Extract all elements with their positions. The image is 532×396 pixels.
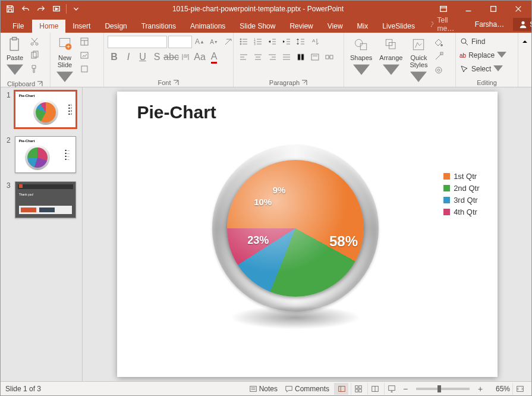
italic-icon[interactable]: I: [122, 51, 135, 64]
ribbon-display-options-icon[interactable]: [432, 2, 455, 16]
slide-thumbnails-pane[interactable]: 1 Pie-Chart ■ 1■ 2■ 3■ 4 2 Pie-Chart ■ —…: [1, 87, 83, 381]
char-spacing-icon[interactable]: AV: [179, 51, 192, 64]
svg-point-27: [355, 39, 362, 46]
signed-in-user[interactable]: Farshad I…: [470, 20, 511, 29]
svg-rect-39: [355, 385, 357, 388]
slide-thumb-3[interactable]: Thank you!: [15, 181, 76, 218]
decrease-indent-icon[interactable]: [266, 35, 279, 48]
slide-title[interactable]: Pie-Chart: [137, 102, 216, 122]
shape-effects-icon[interactable]: [432, 64, 445, 77]
tab-mix[interactable]: Mix: [350, 20, 376, 33]
decrease-font-icon[interactable]: A▼: [207, 35, 221, 48]
align-center-icon[interactable]: [251, 51, 265, 64]
find-button[interactable]: Find: [459, 35, 485, 48]
line-spacing-icon[interactable]: [294, 35, 307, 48]
bullets-icon[interactable]: [237, 35, 250, 48]
align-right-icon[interactable]: [266, 51, 279, 64]
replace-button[interactable]: ab Replace: [459, 49, 506, 62]
text-direction-icon[interactable]: A: [309, 35, 322, 48]
svg-rect-38: [338, 386, 345, 391]
clear-formatting-icon[interactable]: [222, 35, 235, 48]
notes-button[interactable]: Notes: [247, 385, 280, 393]
zoom-out-icon[interactable]: −: [401, 384, 410, 394]
legend-item[interactable]: 3rd Qtr: [443, 196, 479, 205]
shapes-button[interactable]: Shapes: [348, 35, 374, 80]
tab-transitions[interactable]: Transitions: [134, 20, 183, 33]
slide-editor[interactable]: Pie-Chart 58%23%10%9% 1st Qtr2nd Qtr3rd …: [83, 87, 531, 381]
zoom-slider[interactable]: [416, 388, 470, 390]
legend-item[interactable]: 4th Qtr: [443, 208, 479, 216]
slide-thumb-1[interactable]: Pie-Chart ■ 1■ 2■ 3■ 4: [15, 91, 76, 128]
minimize-icon[interactable]: [457, 2, 480, 16]
underline-icon[interactable]: U: [136, 51, 149, 64]
save-icon[interactable]: [4, 3, 16, 15]
start-from-beginning-icon[interactable]: [51, 3, 62, 15]
slideshow-view-icon[interactable]: [384, 383, 398, 395]
fit-window-icon[interactable]: [512, 383, 527, 395]
copy-icon[interactable]: [28, 49, 41, 62]
close-icon[interactable]: [506, 2, 530, 16]
tab-file[interactable]: File: [4, 20, 32, 33]
tab-design[interactable]: Design: [97, 20, 134, 33]
chart-legend[interactable]: 1st Qtr2nd Qtr3rd Qtr4th Qtr: [443, 169, 479, 219]
section-icon[interactable]: [78, 62, 91, 76]
reading-view-icon[interactable]: [367, 383, 382, 395]
pie-chart[interactable]: 58%23%10%9%: [212, 145, 379, 312]
columns-icon[interactable]: [294, 51, 307, 64]
slide-thumb-2[interactable]: Pie-Chart ■ —■ —■ —■ —: [15, 136, 76, 173]
legend-item[interactable]: 2nd Qtr: [443, 184, 479, 193]
smartart-icon[interactable]: [323, 51, 336, 64]
align-left-icon[interactable]: [237, 51, 250, 64]
tell-me-search[interactable]: Tell me…: [422, 16, 468, 33]
tab-home[interactable]: Home: [32, 20, 65, 33]
svg-point-34: [436, 67, 442, 73]
zoom-percent[interactable]: 65%: [487, 385, 510, 393]
shape-fill-icon[interactable]: [432, 36, 445, 49]
tab-animations[interactable]: Animations: [183, 20, 232, 33]
comments-button[interactable]: Comments: [282, 385, 332, 393]
quick-styles-button[interactable]: Quick Styles: [407, 35, 430, 87]
format-painter-icon[interactable]: [28, 62, 41, 76]
reset-icon[interactable]: [78, 49, 91, 62]
arrange-button[interactable]: Arrange: [377, 35, 405, 80]
increase-font-icon[interactable]: A▲: [193, 35, 206, 48]
zoom-in-icon[interactable]: +: [476, 384, 485, 394]
legend-swatch: [443, 185, 450, 191]
redo-icon[interactable]: [35, 3, 47, 15]
maximize-icon[interactable]: [481, 2, 505, 16]
tab-view[interactable]: View: [320, 20, 350, 33]
slide-canvas[interactable]: Pie-Chart 58%23%10%9% 1st Qtr2nd Qtr3rd …: [117, 92, 498, 377]
tab-slideshow[interactable]: Slide Show: [232, 20, 282, 33]
font-dialog-launcher-icon[interactable]: [172, 79, 180, 86]
collapse-ribbon-icon[interactable]: [518, 35, 531, 48]
font-color-icon[interactable]: A: [207, 51, 221, 64]
select-button[interactable]: Select: [459, 62, 503, 76]
font-size-combo[interactable]: [168, 36, 192, 48]
qat-more-icon[interactable]: [70, 3, 82, 15]
clipboard-dialog-launcher-icon[interactable]: [36, 80, 43, 87]
strikethrough-icon[interactable]: abc: [165, 51, 178, 64]
sorter-view-icon[interactable]: [351, 383, 365, 395]
layout-icon[interactable]: [78, 35, 91, 48]
justify-icon[interactable]: [280, 51, 293, 64]
bold-icon[interactable]: B: [108, 51, 121, 64]
increase-indent-icon[interactable]: [280, 35, 293, 48]
change-case-icon[interactable]: Aa: [193, 51, 206, 64]
paragraph-dialog-launcher-icon[interactable]: [301, 79, 308, 86]
shadow-icon[interactable]: S: [150, 51, 163, 64]
legend-item[interactable]: 1st Qtr: [443, 172, 479, 181]
numbering-icon[interactable]: 123: [251, 35, 265, 48]
align-text-icon[interactable]: [309, 51, 322, 64]
tab-review[interactable]: Review: [282, 20, 320, 33]
shape-outline-icon[interactable]: [432, 50, 445, 63]
font-name-combo[interactable]: [108, 36, 167, 48]
tab-liveslides[interactable]: LiveSlides: [375, 20, 422, 33]
new-slide-button[interactable]: New Slide: [54, 35, 75, 87]
slide-indicator[interactable]: Slide 1 of 3: [5, 385, 41, 393]
undo-icon[interactable]: [20, 3, 32, 15]
share-button[interactable]: Share: [513, 18, 532, 31]
paste-button[interactable]: Paste: [4, 35, 26, 80]
normal-view-icon[interactable]: [334, 383, 348, 395]
tab-insert[interactable]: Insert: [65, 20, 97, 33]
cut-icon[interactable]: [28, 35, 41, 48]
